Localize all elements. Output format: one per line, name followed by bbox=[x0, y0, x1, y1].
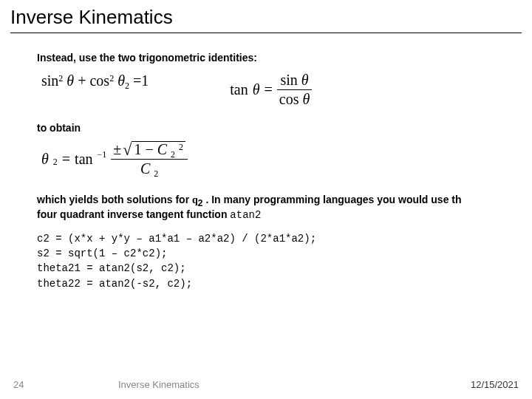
footer-date: 12/15/2021 bbox=[471, 379, 519, 390]
res-eq: = bbox=[62, 151, 70, 168]
eq-sign: = bbox=[133, 72, 141, 89]
page-number: 24 bbox=[13, 379, 24, 390]
identity-equations: sin 2 θ + cos 2 θ 2 = 1 tan θ = bbox=[41, 72, 525, 107]
tan: tan bbox=[230, 81, 248, 98]
rad-one: 1 bbox=[134, 141, 141, 157]
code-l1: c2 = (x*x + y*y – a1*a1 – a2*a2) / (2*a1… bbox=[37, 233, 316, 245]
slide-title: Inverse Kinematics bbox=[10, 6, 173, 29]
den-cos: cos bbox=[279, 91, 299, 107]
slide: Inverse Kinematics Instead, use the two … bbox=[0, 0, 532, 399]
code-l2: s2 = sqrt(1 – c2*c2); bbox=[37, 248, 167, 259]
eq-sign2: = bbox=[265, 81, 273, 98]
res-fraction: ± √ 1 − C 2 2 C 2 bbox=[111, 141, 188, 177]
p-fn: atan2 bbox=[230, 209, 261, 221]
theta-tan: θ bbox=[253, 81, 260, 98]
res-theta: θ bbox=[41, 151, 49, 168]
p-sub: 2 bbox=[198, 198, 203, 208]
sqrt: √ 1 − C 2 2 bbox=[123, 141, 185, 157]
to-obtain-text: to obtain bbox=[37, 122, 525, 134]
den-C: C bbox=[140, 160, 150, 177]
title-underline bbox=[10, 33, 522, 33]
one: 1 bbox=[141, 72, 149, 89]
sq1: 2 bbox=[58, 73, 63, 84]
p-t2: . In many programming languages you woul… bbox=[203, 194, 462, 205]
rad-C-sq: 2 bbox=[179, 142, 183, 152]
code-block: c2 = (x*x + y*y – a1*a1 – a2*a2) / (2*a1… bbox=[37, 231, 525, 291]
num-theta: θ bbox=[301, 72, 309, 88]
pm-sign: ± bbox=[113, 142, 121, 157]
num-sin: sin bbox=[280, 72, 297, 88]
rad-C: C bbox=[157, 141, 167, 157]
p-t1: which yields both solutions for bbox=[37, 194, 192, 205]
plus: + bbox=[78, 72, 86, 89]
rad-minus: − bbox=[145, 141, 153, 157]
theta2: θ bbox=[117, 72, 125, 89]
fraction-sin-cos: sin θ cos θ bbox=[277, 72, 313, 107]
slide-body: Instead, use the two trigonometric ident… bbox=[37, 52, 525, 291]
cos: cos bbox=[89, 72, 109, 89]
sq2: 2 bbox=[109, 73, 114, 84]
p-sym: q bbox=[192, 194, 198, 205]
sin: sin bbox=[41, 72, 58, 89]
identity-1: sin 2 θ + cos 2 θ 2 = 1 bbox=[41, 72, 149, 107]
identity-2: tan θ = sin θ cos θ bbox=[230, 72, 312, 107]
rad-C-sub: 2 bbox=[171, 149, 175, 160]
explanation-paragraph: which yields both solutions for q2 . In … bbox=[37, 193, 525, 222]
theta2-sub: 2 bbox=[125, 81, 129, 92]
den-theta: θ bbox=[302, 91, 310, 107]
res-tan: tan bbox=[75, 151, 92, 168]
p-t3: four quadrant inverse tangent function bbox=[37, 208, 230, 220]
intro-text: Instead, use the two trigonometric ident… bbox=[37, 52, 525, 64]
footer-title: Inverse Kinematics bbox=[118, 379, 200, 390]
res-theta-sub: 2 bbox=[53, 157, 58, 168]
res-inv: −1 bbox=[98, 149, 107, 160]
theta1: θ bbox=[66, 72, 74, 89]
code-l3: theta21 = atan2(s2, c2); bbox=[37, 262, 186, 274]
code-l4: theta22 = atan2(-s2, c2); bbox=[37, 278, 192, 290]
result-equation: θ 2 = tan −1 ± √ 1 − C 2 2 bbox=[41, 141, 525, 177]
den-C-sub: 2 bbox=[154, 168, 158, 179]
